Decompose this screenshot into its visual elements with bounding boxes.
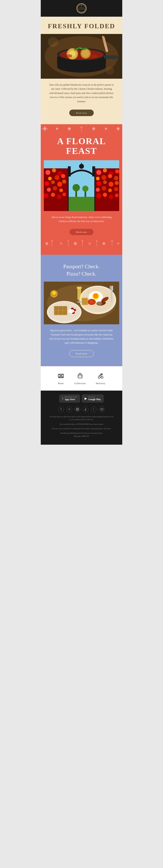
svg-point-77 <box>115 181 119 185</box>
app-store-buttons:  Download on the App Store ▶ Get it on … <box>45 395 118 402</box>
svg-point-52 <box>55 175 59 180</box>
svg-point-19 <box>66 54 72 58</box>
svg-point-150 <box>89 301 91 302</box>
social-links: 𝕏 in f <box>45 406 118 412</box>
header: PIZZA EXPRESS <box>41 0 122 17</box>
svg-rect-166 <box>110 286 111 291</box>
svg-point-123 <box>96 240 98 242</box>
svg-point-64 <box>62 192 66 196</box>
food-image-breakfast <box>44 282 119 324</box>
svg-point-78 <box>96 188 100 192</box>
svg-point-53 <box>61 174 65 178</box>
svg-point-114 <box>103 243 105 244</box>
svg-point-153 <box>90 302 91 303</box>
section-passport: Passport? Check. Pizza? Check. <box>41 255 122 366</box>
svg-point-106 <box>82 186 88 192</box>
svg-rect-175 <box>78 375 82 378</box>
svg-point-181 <box>77 409 78 410</box>
delivery-icon-item[interactable]: Delivery <box>96 372 105 384</box>
floral-feast-book-button[interactable]: Book now <box>69 228 94 236</box>
svg-rect-135 <box>54 311 58 314</box>
svg-rect-180 <box>76 408 79 410</box>
google-play-sub: Get it on <box>88 396 101 398</box>
facebook-icon[interactable]: f <box>91 406 97 412</box>
section-floral-feast: A FLORAL FEAST <box>41 124 122 255</box>
svg-point-109 <box>60 242 62 245</box>
svg-point-177 <box>98 376 100 378</box>
svg-point-43 <box>117 128 119 129</box>
svg-point-152 <box>92 302 93 303</box>
passport-title: Passport? Check. Pizza? Check. <box>41 255 122 282</box>
svg-point-35 <box>69 128 70 129</box>
svg-rect-165 <box>111 286 112 302</box>
google-play-icon: ▶ <box>85 397 87 400</box>
freshly-folded-title: FRESHLY FOLDED <box>41 17 122 34</box>
passport-description: Big news pizza lovers – we've landed at … <box>41 324 122 347</box>
svg-point-151 <box>91 300 92 302</box>
app-store-label: App Store <box>64 398 77 401</box>
svg-rect-157 <box>82 298 87 305</box>
svg-text:PIZZA: PIZZA <box>79 6 84 8</box>
google-play-label: Google Play <box>88 398 101 401</box>
svg-point-121 <box>82 240 84 242</box>
footer-small-print-1: To ensure that you don't miss future ema… <box>45 415 118 421</box>
svg-rect-167 <box>112 286 113 291</box>
svg-rect-170 <box>62 374 63 375</box>
svg-point-56 <box>57 182 62 187</box>
svg-text:EXPRESS: EXPRESS <box>78 8 85 10</box>
twitter-icon[interactable]: 𝕏 <box>58 406 64 412</box>
linkedin-icon[interactable]: in <box>66 406 72 412</box>
svg-rect-159 <box>77 287 82 289</box>
floral-feast-description: Join us at our Kings Road restaurant, wh… <box>41 211 122 225</box>
svg-rect-158 <box>77 288 81 300</box>
freshly-folded-book-button[interactable]: Book now <box>69 110 94 116</box>
delivery-icon <box>98 372 104 380</box>
svg-point-83 <box>103 193 107 197</box>
svg-point-182 <box>78 408 78 409</box>
svg-rect-102 <box>69 197 94 211</box>
svg-point-39 <box>93 128 94 129</box>
svg-point-85 <box>115 193 118 197</box>
svg-point-75 <box>103 180 107 184</box>
floral-feast-title: A FLORAL FEAST <box>41 134 122 160</box>
svg-point-63 <box>57 194 61 199</box>
passport-read-more-button[interactable]: Read more <box>69 350 94 357</box>
svg-rect-21 <box>104 55 118 59</box>
svg-point-108 <box>46 243 48 244</box>
section-freshly-folded: FRESHLY FOLDED <box>41 17 122 124</box>
book-icon-item[interactable]: Book <box>58 372 64 384</box>
svg-rect-171 <box>59 377 60 377</box>
google-play-button[interactable]: ▶ Get it on Google Play <box>82 395 104 402</box>
book-label: Book <box>58 382 64 384</box>
svg-point-51 <box>48 177 52 180</box>
svg-point-115 <box>117 242 119 245</box>
tiktok-icon[interactable] <box>83 406 88 412</box>
svg-rect-169 <box>59 374 60 375</box>
svg-rect-29 <box>44 130 46 131</box>
section-icons: Book Collection <box>41 366 122 391</box>
svg-point-58 <box>47 188 51 192</box>
svg-point-112 <box>88 242 91 245</box>
svg-point-23 <box>106 66 114 74</box>
svg-point-69 <box>115 169 119 174</box>
svg-point-80 <box>108 188 112 192</box>
app-store-button[interactable]:  Download on the App Store <box>59 395 80 402</box>
food-image-arancini <box>41 34 122 79</box>
svg-point-111 <box>75 243 76 244</box>
svg-point-74 <box>97 181 101 186</box>
svg-point-15 <box>82 50 89 57</box>
svg-point-178 <box>101 376 103 378</box>
svg-point-48 <box>46 170 50 175</box>
svg-point-49 <box>52 168 56 173</box>
svg-marker-184 <box>102 409 102 409</box>
svg-point-22 <box>48 37 58 47</box>
svg-point-164 <box>52 291 56 295</box>
collection-icon-item[interactable]: Collection <box>74 372 86 384</box>
svg-point-72 <box>108 174 112 178</box>
svg-point-161 <box>77 301 81 303</box>
youtube-icon[interactable] <box>99 406 105 412</box>
instagram-icon[interactable] <box>75 406 80 412</box>
svg-rect-136 <box>59 311 62 314</box>
collection-icon <box>77 372 83 380</box>
svg-point-54 <box>45 181 49 186</box>
